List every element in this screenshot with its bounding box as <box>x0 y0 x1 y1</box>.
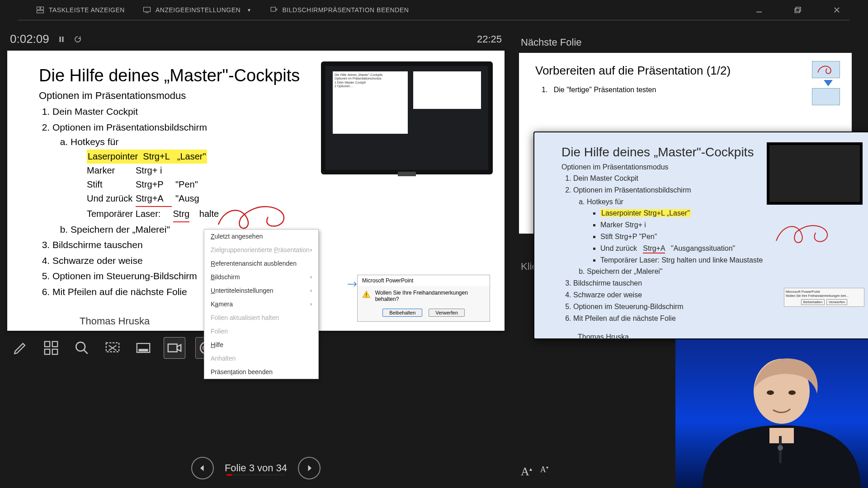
dialog-keep-button[interactable]: Beibehalten <box>382 309 422 317</box>
dialog-message: Wollen Sie Ihre Freihandanmerkungen beha… <box>375 290 485 302</box>
svg-rect-12 <box>52 342 57 347</box>
svg-rect-14 <box>52 349 57 354</box>
chevron-down-icon: ▼ <box>247 8 251 13</box>
top-toolbar: TASKLEISTE ANZEIGEN ANZEIGEEINSTELLUNGEN… <box>18 0 850 20</box>
next-slide-title: Vorbereiten auf die Präsentation (1/2) <box>535 64 835 78</box>
svg-rect-9 <box>366 293 367 296</box>
pm-mini-monitor <box>767 142 863 205</box>
ctx-kamera[interactable]: Kamera› <box>204 297 318 311</box>
ctx-subtitles[interactable]: Untertiteleinstellungen› <box>204 284 318 297</box>
svg-rect-19 <box>168 344 177 352</box>
black-screen-tool[interactable] <box>102 338 123 358</box>
svg-point-26 <box>788 390 796 395</box>
restore-icon[interactable] <box>794 6 802 14</box>
slide-counter: Folie 3 von 34 <box>225 462 287 474</box>
display-settings-button[interactable]: ANZEIGEEINSTELLUNGEN ▼ <box>143 6 252 14</box>
prev-slide-button[interactable] <box>191 457 214 479</box>
audience-monitor-photo: Die Hilfe deines „Master"-Cockpits Optio… <box>533 131 868 339</box>
taskbar-icon <box>36 6 44 14</box>
minimize-icon[interactable] <box>755 6 763 14</box>
ctx-last-viewed[interactable]: ZZuletzt angesehenuletzt angesehen <box>204 230 318 243</box>
svg-rect-7 <box>59 37 61 42</box>
svg-rect-2 <box>37 11 44 13</box>
dialog-discard-button[interactable]: Verwerfen <box>429 309 465 317</box>
end-slideshow-icon <box>270 6 278 14</box>
ctx-end[interactable]: Präsentation beenden <box>204 365 318 379</box>
pm-dialog: Microsoft PowerPointWollen Sie Ihre Frei… <box>784 288 864 307</box>
context-menu: ZZuletzt angesehenuletzt angesehen Zielg… <box>204 229 319 379</box>
svg-rect-6 <box>795 9 800 13</box>
restart-icon[interactable] <box>74 35 82 43</box>
elapsed-time: 0:02:09 <box>10 32 49 46</box>
show-taskbar-button[interactable]: TASKLEISTE ANZEIGEN <box>36 6 125 14</box>
next-slide-button[interactable] <box>298 457 321 479</box>
svg-point-25 <box>767 390 774 395</box>
next-slide-shapes <box>812 61 844 107</box>
ctx-folien: Folien <box>204 324 318 338</box>
see-all-slides-tool[interactable] <box>41 338 61 358</box>
camera-tool[interactable] <box>164 337 185 359</box>
subtitle-tool[interactable] <box>133 338 154 358</box>
svg-point-15 <box>76 342 85 351</box>
ctx-bildschirm[interactable]: Bildschirm› <box>204 270 318 284</box>
slide-navigation: Folie 3 von 34 <box>7 457 505 479</box>
slide-illustration-monitor: Die Hilfe deines „Master"-CockpitsOption… <box>321 61 493 174</box>
svg-rect-3 <box>143 7 150 12</box>
presenter-camera <box>675 339 868 488</box>
next-slide-item: 1. Die "fertige" Präsentation testen <box>542 86 835 94</box>
svg-rect-13 <box>45 349 50 354</box>
ctx-hilfe[interactable]: Hilfe <box>204 338 318 352</box>
slide-progress <box>226 474 285 476</box>
timer-row: 0:02:09 22:25 <box>7 29 505 51</box>
powerpoint-dialog: Microsoft PowerPoint Wollen Sie Ihre Fre… <box>357 275 490 322</box>
close-icon[interactable] <box>833 6 841 14</box>
ctx-anhalten: Anhalten <box>204 352 318 365</box>
ctx-updated: Folien aktualisiert halten <box>204 311 318 324</box>
presenter-left-column: 0:02:09 22:25 Die Hilfe deines „Master"-… <box>7 29 505 488</box>
next-slide-label: Nächste Folie <box>521 37 852 48</box>
svg-rect-0 <box>37 7 40 9</box>
notes-font-controls: A▴ A▾ <box>519 465 548 479</box>
ctx-hide-presenter[interactable]: Referentenansicht ausblenden <box>204 257 318 270</box>
pause-icon[interactable] <box>57 35 66 43</box>
warning-icon <box>362 290 371 299</box>
display-settings-icon <box>143 6 151 14</box>
freehand-annotation <box>216 204 297 231</box>
end-slideshow-label: BILDSCHIRMPRÄSENTATION BEENDEN <box>283 6 409 14</box>
dialog-title: Microsoft PowerPoint <box>358 275 490 286</box>
presenter-right-column: Nächste Folie Vorbereiten auf die Präsen… <box>519 29 852 488</box>
presenter-silhouette <box>675 339 868 488</box>
svg-rect-18 <box>139 349 148 351</box>
svg-rect-11 <box>45 342 50 347</box>
clock-time: 22:25 <box>477 33 502 45</box>
svg-point-27 <box>778 445 783 450</box>
end-slideshow-button[interactable]: BILDSCHIRMPRÄSENTATION BEENDEN <box>270 6 409 14</box>
increase-font-button[interactable]: A▴ <box>521 465 532 479</box>
svg-rect-1 <box>41 7 44 9</box>
show-taskbar-label: TASKLEISTE ANZEIGEN <box>49 6 125 14</box>
svg-rect-5 <box>796 7 801 11</box>
svg-rect-4 <box>271 7 276 11</box>
decrease-font-button[interactable]: A▾ <box>540 465 548 479</box>
svg-rect-10 <box>366 296 367 297</box>
pm-annotation <box>774 223 833 245</box>
zoom-tool[interactable] <box>71 338 92 358</box>
hotkey-row: StiftStrg+P"Pen" <box>87 178 473 192</box>
display-settings-label: ANZEIGEEINSTELLUNGEN <box>156 6 241 14</box>
pen-tool[interactable] <box>10 338 31 358</box>
current-slide[interactable]: Die Hilfe deines „Master"-Cockpits Optio… <box>7 51 505 331</box>
svg-rect-16 <box>106 343 119 352</box>
svg-rect-8 <box>62 37 63 42</box>
ctx-zielgruppen: Zielgruppenorientierte Präsentation› <box>204 243 318 257</box>
